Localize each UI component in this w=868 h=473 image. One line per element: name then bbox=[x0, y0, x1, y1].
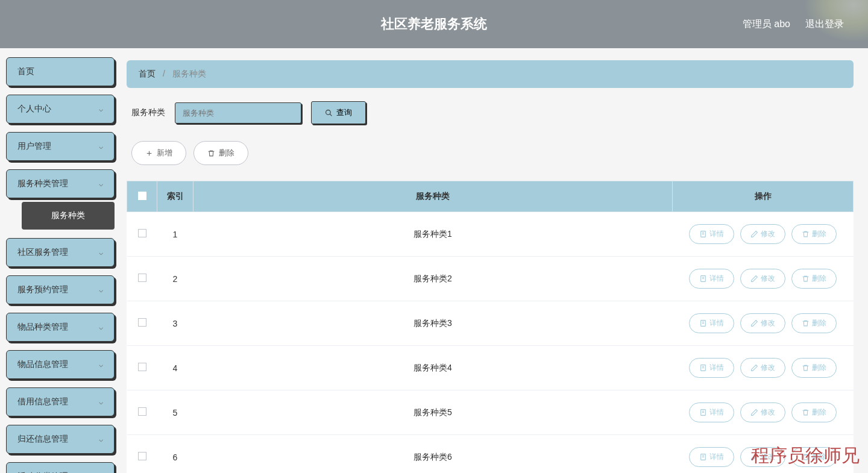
add-button[interactable]: 新增 bbox=[131, 141, 186, 165]
row-checkbox[interactable] bbox=[138, 318, 146, 327]
cell-name: 服务种类4 bbox=[193, 346, 673, 390]
row-delete-button-label: 删除 bbox=[812, 318, 826, 328]
chevron-down-icon: ⌵ bbox=[99, 248, 103, 257]
trash-icon bbox=[802, 230, 810, 238]
edit-icon bbox=[750, 275, 758, 283]
edit-icon bbox=[750, 230, 758, 238]
plus-icon bbox=[145, 149, 153, 157]
sidebar-item-9[interactable]: 归还信息管理⌵ bbox=[6, 425, 115, 454]
sidebar-item-1[interactable]: 个人中心⌵ bbox=[6, 95, 115, 124]
add-button-label: 新增 bbox=[157, 148, 172, 158]
edit-button-label: 修改 bbox=[761, 363, 775, 373]
sidebar-item-label: 物品信息管理 bbox=[17, 359, 68, 370]
search-button[interactable]: 查询 bbox=[311, 101, 366, 124]
edit-button-label: 修改 bbox=[761, 318, 775, 328]
document-icon bbox=[699, 364, 707, 372]
row-checkbox[interactable] bbox=[138, 274, 146, 282]
row-delete-button[interactable]: 删除 bbox=[791, 358, 837, 378]
row-delete-button[interactable]: 删除 bbox=[791, 403, 837, 422]
edit-icon bbox=[750, 364, 758, 372]
row-delete-button[interactable]: 删除 bbox=[791, 313, 837, 333]
detail-button[interactable]: 详情 bbox=[689, 224, 734, 244]
trash-icon bbox=[207, 149, 215, 157]
delete-button-label: 删除 bbox=[219, 148, 234, 158]
detail-button-label: 详情 bbox=[709, 363, 724, 373]
header-right: 管理员 abo 退出登录 bbox=[743, 18, 844, 31]
table-row: 2服务种类2详情修改删除 bbox=[127, 257, 854, 301]
sidebar-item-8[interactable]: 借用信息管理⌵ bbox=[6, 387, 115, 416]
edit-button-label: 修改 bbox=[761, 452, 775, 462]
detail-button[interactable]: 详情 bbox=[689, 403, 734, 422]
sidebar-item-label: 首页 bbox=[17, 66, 34, 77]
app-header: 社区养老服务系统 管理员 abo 退出登录 bbox=[0, 0, 868, 48]
trash-icon bbox=[802, 453, 810, 461]
chevron-down-icon: ⌵ bbox=[99, 286, 103, 294]
edit-button[interactable]: 修改 bbox=[740, 224, 785, 244]
document-icon bbox=[699, 453, 707, 461]
sidebar-item-4[interactable]: 社区服务管理⌵ bbox=[6, 238, 115, 267]
row-checkbox[interactable] bbox=[138, 407, 146, 416]
cell-name: 服务种类3 bbox=[193, 301, 673, 346]
edit-button[interactable]: 修改 bbox=[740, 313, 785, 333]
col-ops: 操作 bbox=[673, 181, 854, 212]
sidebar-item-2[interactable]: 用户管理⌵ bbox=[6, 132, 115, 161]
sidebar-item-7[interactable]: 物品信息管理⌵ bbox=[6, 350, 115, 379]
document-icon bbox=[699, 409, 707, 416]
cell-name: 服务种类1 bbox=[193, 212, 673, 257]
edit-icon bbox=[750, 409, 758, 416]
row-delete-button[interactable]: 删除 bbox=[791, 224, 837, 244]
chevron-down-icon: ⌵ bbox=[99, 105, 103, 113]
col-name: 服务种类 bbox=[193, 181, 673, 212]
action-row: 新增 删除 bbox=[127, 141, 854, 165]
sidebar-item-5[interactable]: 服务预约管理⌵ bbox=[6, 275, 115, 304]
logout-link[interactable]: 退出登录 bbox=[805, 18, 844, 31]
cell-name: 服务种类5 bbox=[193, 390, 673, 435]
edit-icon bbox=[750, 319, 758, 327]
table-row: 3服务种类3详情修改删除 bbox=[127, 301, 854, 346]
user-label[interactable]: 管理员 abo bbox=[743, 18, 790, 31]
edit-icon bbox=[750, 453, 758, 461]
sidebar-item-6[interactable]: 物品种类管理⌵ bbox=[6, 313, 115, 342]
breadcrumb-home[interactable]: 首页 bbox=[139, 69, 156, 78]
data-table: 索引 服务种类 操作 1服务种类1详情修改删除2服务种类2详情修改删除3服务种类… bbox=[127, 181, 854, 473]
sidebar-subitem[interactable]: 服务种类 bbox=[22, 202, 115, 230]
col-index: 索引 bbox=[157, 181, 193, 212]
edit-button[interactable]: 修改 bbox=[740, 269, 785, 289]
edit-button-label: 修改 bbox=[761, 274, 775, 284]
table-row: 6服务种类6详情修改删除 bbox=[127, 435, 854, 474]
delete-button[interactable]: 删除 bbox=[193, 141, 248, 165]
row-delete-button[interactable]: 删除 bbox=[791, 447, 837, 467]
search-button-label: 查询 bbox=[336, 107, 352, 118]
row-checkbox[interactable] bbox=[138, 452, 146, 460]
document-icon bbox=[699, 230, 707, 238]
sidebar-item-label: 归还信息管理 bbox=[17, 434, 68, 445]
detail-button-label: 详情 bbox=[709, 229, 724, 239]
detail-button[interactable]: 详情 bbox=[689, 358, 734, 378]
chevron-down-icon: ⌵ bbox=[99, 180, 103, 188]
edit-button[interactable]: 修改 bbox=[740, 447, 785, 467]
sidebar-item-label: 借用信息管理 bbox=[17, 396, 68, 407]
detail-button[interactable]: 详情 bbox=[689, 447, 734, 467]
edit-button[interactable]: 修改 bbox=[740, 358, 785, 378]
select-all-checkbox[interactable] bbox=[138, 192, 146, 200]
row-delete-button[interactable]: 删除 bbox=[791, 269, 837, 289]
row-delete-button-label: 删除 bbox=[812, 363, 826, 373]
row-checkbox[interactable] bbox=[138, 229, 146, 237]
sidebar-item-10[interactable]: 活动分类管理⌵ bbox=[6, 462, 115, 473]
main-content: 首页 / 服务种类 服务种类 查询 新增 删除 bbox=[121, 48, 868, 473]
search-input[interactable] bbox=[175, 102, 301, 124]
sidebar-item-3[interactable]: 服务种类管理⌵ bbox=[6, 169, 115, 198]
detail-button-label: 详情 bbox=[709, 452, 724, 462]
detail-button[interactable]: 详情 bbox=[689, 313, 734, 333]
detail-button[interactable]: 详情 bbox=[689, 269, 734, 289]
cell-index: 3 bbox=[157, 301, 193, 346]
row-checkbox[interactable] bbox=[138, 363, 146, 371]
sidebar-item-label: 服务种类管理 bbox=[17, 178, 68, 189]
cell-name: 服务种类6 bbox=[193, 435, 673, 474]
sidebar-item-0[interactable]: 首页 bbox=[6, 57, 115, 86]
sidebar-item-label: 用户管理 bbox=[17, 141, 51, 152]
edit-button[interactable]: 修改 bbox=[740, 403, 785, 422]
detail-button-label: 详情 bbox=[709, 274, 724, 284]
document-icon bbox=[699, 319, 707, 327]
chevron-down-icon: ⌵ bbox=[99, 360, 103, 369]
